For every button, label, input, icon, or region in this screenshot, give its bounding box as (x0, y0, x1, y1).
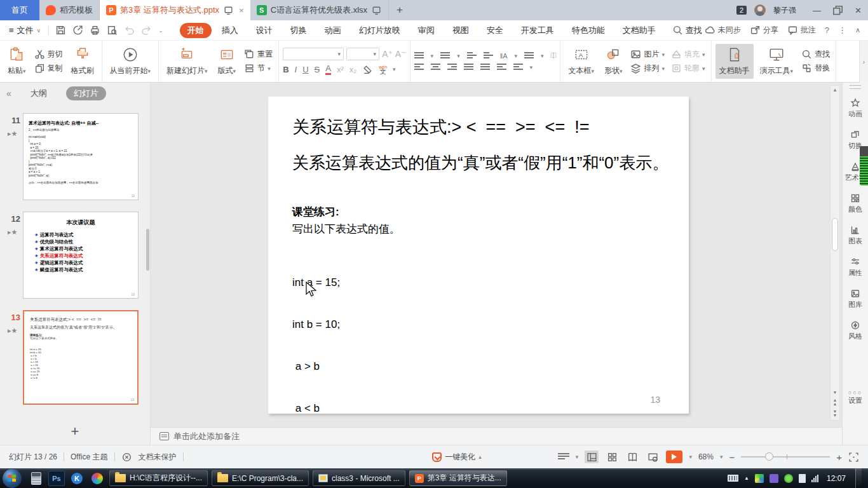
layout-button[interactable]: 版式▾ (214, 44, 240, 79)
panel-item-chart[interactable]: 图表 (848, 225, 862, 246)
more-options-icon[interactable]: ⋮ (838, 25, 846, 35)
distribute-icon[interactable] (480, 64, 490, 71)
zoom-level[interactable]: 68% (698, 452, 714, 461)
underline-button[interactable]: U (302, 65, 308, 74)
cut-button[interactable]: 剪切 (32, 48, 65, 60)
replace-button[interactable]: 替换 (799, 62, 832, 74)
paragraph-spacing-1-icon[interactable] (497, 64, 506, 71)
scroll-up-icon[interactable]: ▲ (831, 87, 839, 93)
slide-title[interactable]: 关系运算符与表达式:> < == >= <= != (292, 116, 589, 139)
zoom-slider-thumb[interactable] (765, 452, 773, 461)
decrease-font-button[interactable]: A⁻ (395, 49, 406, 59)
tray-app2-icon[interactable] (770, 474, 778, 483)
reset-button[interactable]: 重置 (242, 48, 275, 60)
file-menu[interactable]: ≡ 文件 ∨ (0, 25, 48, 36)
fill-button[interactable]: 填充▾ (669, 48, 707, 60)
text-direction-icon[interactable]: ‖A (500, 52, 508, 60)
print-icon[interactable] (90, 25, 100, 36)
panel-item-animation[interactable]: 动画 (848, 98, 862, 119)
zoom-out-button[interactable]: − (729, 452, 735, 463)
menu-tab-animation[interactable]: 动画 (317, 23, 349, 38)
copy-button[interactable]: 复制 (32, 62, 65, 74)
menu-tab-doc-assistant[interactable]: 文档助手 (615, 23, 663, 38)
taskbar-photoshop-icon[interactable]: Ps (48, 471, 65, 486)
slideshow-view-button[interactable] (646, 451, 660, 463)
slide-canvas[interactable]: 关系运算符与表达式:> < == >= <= != 关系运算表达式的值为“真”或… (268, 97, 689, 414)
restore-button[interactable] (832, 5, 843, 16)
new-tab-button[interactable]: + (389, 0, 410, 20)
font-size-select[interactable]: ▾ (346, 48, 379, 60)
user-avatar[interactable] (754, 4, 766, 16)
bold-button[interactable]: B (283, 65, 288, 74)
slide-thumb-11[interactable]: 11 ▸★ 算术运算符与表达式: 自增++ 自减-- 2、++的前缀与后缀用法 … (0, 113, 150, 202)
help-icon[interactable]: ? (825, 25, 829, 35)
device-sync-icon[interactable] (223, 5, 234, 16)
minimize-button[interactable]: — (813, 6, 821, 15)
play-from-current-button[interactable]: 从当前开始▾ (106, 44, 155, 79)
reading-view-button[interactable] (625, 451, 639, 463)
slide-subtitle[interactable]: 关系运算表达式的值为“真”或者“假”用“1”和“0”表示。 (292, 151, 674, 175)
close-button[interactable]: ✕ (855, 6, 862, 15)
paste-button[interactable]: 粘贴▾ (4, 44, 30, 79)
font-color-button[interactable]: A (325, 64, 331, 75)
numbered-list-icon[interactable] (440, 52, 450, 60)
text-box-button[interactable]: A 文本框▾ (564, 44, 598, 79)
notes-toggle-icon[interactable] (558, 453, 569, 461)
taskbar-color-app-icon[interactable] (89, 471, 105, 486)
new-slide-button[interactable]: 新建幻灯片▾ (163, 44, 212, 79)
decrease-indent-icon[interactable] (467, 52, 477, 60)
zoom-options-icon[interactable]: ▾ (720, 454, 723, 460)
add-slide-button[interactable]: + (0, 423, 150, 440)
slide-thumb-12[interactable]: 12 ▸★ 本次课议题 ◆运算符与表达式 ◆优先级与结合性 ◆算术运算符与表达式… (0, 212, 150, 301)
menu-tab-features[interactable]: 特色功能 (564, 23, 613, 38)
main-scrollbar[interactable]: ▲ ▼ ▲▲ ▼▼ (830, 85, 840, 421)
panel-settings[interactable]: ○○○ 设置 (843, 390, 868, 405)
menu-tab-slideshow[interactable]: 幻灯片放映 (351, 23, 408, 38)
exercise-intro[interactable]: 写出以下表达式的值。 (292, 222, 400, 236)
exercise-heading[interactable]: 课堂练习: (292, 205, 339, 219)
menu-tab-design[interactable]: 设计 (248, 23, 280, 38)
panel-item-color[interactable]: 颜色 (848, 193, 862, 214)
pinyin-guide-button[interactable]: wén 文 (379, 65, 387, 74)
taskbar-window-folder-h[interactable]: H:\C语言程序设计--... (109, 470, 208, 486)
taskbar-k-app-icon[interactable]: K (69, 471, 85, 486)
align-right-icon[interactable] (447, 64, 457, 71)
tab-close-icon[interactable]: × (239, 6, 244, 15)
align-center-icon[interactable] (431, 64, 440, 71)
tab-docer[interactable]: 稻壳模板 (39, 0, 100, 20)
theme-name[interactable]: Office 主题 (71, 452, 107, 463)
username[interactable]: 黎子强 (773, 5, 796, 16)
save-icon[interactable] (55, 25, 66, 36)
taskbar-window-wpp-active[interactable]: P 第3章 运算符与表达... (409, 470, 507, 486)
protection-status[interactable]: 文档未保护 (139, 452, 177, 463)
presentation-tools-button[interactable]: 演示工具▾ (756, 44, 797, 79)
menu-tab-security[interactable]: 安全 (479, 23, 511, 38)
shapes-button[interactable]: 形状▾ (600, 44, 627, 79)
line-spacing-icon[interactable] (524, 52, 534, 60)
screen-edge-widget[interactable] (860, 146, 868, 186)
tray-clock[interactable]: 12:07 (827, 474, 846, 483)
italic-button[interactable]: I (295, 65, 297, 74)
strikethrough-button[interactable]: S (315, 65, 320, 74)
tab-spreadsheet-xlsx[interactable]: S C语言运算符优先级表.xlsx (250, 0, 389, 20)
menu-tab-review[interactable]: 审阅 (410, 23, 442, 38)
tray-app1-icon[interactable] (755, 474, 764, 483)
zoom-in-button[interactable]: + (836, 452, 842, 463)
tab-slides[interactable]: 幻灯片 (66, 86, 106, 100)
collapse-ribbon-icon[interactable]: ∧ (855, 26, 860, 34)
quickbar-more-icon[interactable]: ⌄ (158, 27, 163, 34)
doc-assistant-button[interactable]: 文档助手 (715, 44, 754, 79)
superscript-button[interactable]: x² (337, 65, 344, 74)
menu-tab-view[interactable]: 视图 (445, 23, 477, 38)
panel-item-properties[interactable]: 属性 (848, 257, 862, 278)
outline-button[interactable]: 轮廓▾ (669, 62, 707, 74)
justify-icon[interactable] (464, 64, 473, 71)
section-button[interactable]: 节▾ (242, 62, 275, 74)
tray-show-hidden-icon[interactable]: ▲ (744, 475, 749, 481)
picture-button[interactable]: 图片▾ (628, 48, 667, 60)
notes-bar[interactable]: 单击此处添加备注 (151, 427, 842, 445)
comment-button[interactable]: 批注 (787, 25, 816, 36)
normal-view-button[interactable] (585, 451, 599, 463)
tray-security-icon[interactable] (784, 474, 793, 483)
increase-indent-icon[interactable] (484, 52, 493, 60)
